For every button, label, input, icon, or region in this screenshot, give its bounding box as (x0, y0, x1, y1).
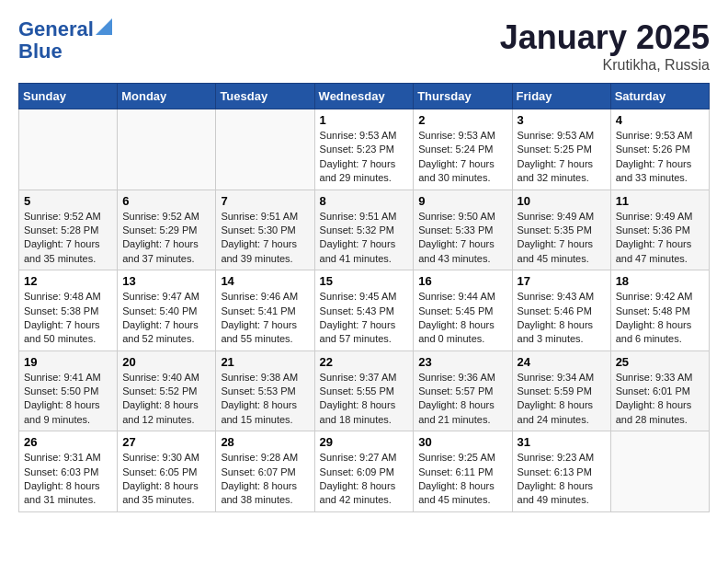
cell-w2-d1: 5Sunrise: 9:52 AMSunset: 5:28 PMDaylight… (19, 190, 118, 270)
day-detail: Sunrise: 9:45 AMSunset: 5:43 PMDaylight:… (320, 290, 409, 347)
day-number: 5 (24, 194, 112, 208)
day-detail: Sunrise: 9:30 AMSunset: 6:05 PMDaylight:… (122, 451, 210, 508)
header-monday: Monday (118, 84, 216, 109)
cell-w3-d2: 13Sunrise: 9:47 AMSunset: 5:40 PMDayligh… (118, 270, 216, 351)
header-sunday: Sunday (19, 84, 118, 109)
day-detail: Sunrise: 9:50 AMSunset: 5:33 PMDaylight:… (418, 210, 506, 267)
day-number: 27 (122, 435, 210, 449)
page-header: General Blue January 2025 Krutikha, Russ… (18, 18, 710, 74)
header-friday: Friday (512, 84, 610, 109)
day-detail: Sunrise: 9:47 AMSunset: 5:40 PMDaylight:… (122, 290, 210, 347)
cell-w3-d6: 17Sunrise: 9:43 AMSunset: 5:46 PMDayligh… (512, 270, 610, 351)
header-wednesday: Wednesday (314, 84, 414, 109)
week-row-1: 1Sunrise: 9:53 AMSunset: 5:23 PMDaylight… (19, 109, 710, 190)
day-number: 20 (122, 355, 210, 369)
day-detail: Sunrise: 9:42 AMSunset: 5:48 PMDaylight:… (616, 290, 704, 347)
day-detail: Sunrise: 9:52 AMSunset: 5:28 PMDaylight:… (24, 210, 112, 267)
week-row-3: 12Sunrise: 9:48 AMSunset: 5:38 PMDayligh… (19, 270, 710, 351)
header-row: Sunday Monday Tuesday Wednesday Thursday… (19, 84, 710, 109)
logo-text-line1: General (18, 18, 94, 40)
cell-w5-d7 (610, 431, 709, 512)
logo-text-line2: Blue (18, 40, 63, 63)
day-number: 9 (418, 194, 506, 208)
day-detail: Sunrise: 9:37 AMSunset: 5:55 PMDaylight:… (320, 371, 409, 428)
cell-w3-d7: 18Sunrise: 9:42 AMSunset: 5:48 PMDayligh… (610, 270, 709, 351)
day-number: 31 (518, 435, 606, 449)
day-number: 11 (616, 194, 704, 208)
day-detail: Sunrise: 9:48 AMSunset: 5:38 PMDaylight:… (24, 290, 112, 347)
day-number: 6 (122, 194, 210, 208)
day-number: 25 (616, 355, 704, 369)
header-thursday: Thursday (414, 84, 512, 109)
day-number: 23 (418, 355, 506, 369)
day-number: 24 (518, 355, 606, 369)
day-number: 22 (320, 355, 409, 369)
day-detail: Sunrise: 9:27 AMSunset: 6:09 PMDaylight:… (320, 451, 409, 508)
day-detail: Sunrise: 9:36 AMSunset: 5:57 PMDaylight:… (418, 371, 506, 428)
day-detail: Sunrise: 9:52 AMSunset: 5:29 PMDaylight:… (122, 210, 210, 267)
month-title: January 2025 (500, 18, 710, 57)
cell-w1-d6: 3Sunrise: 9:53 AMSunset: 5:25 PMDaylight… (512, 109, 610, 190)
cell-w1-d5: 2Sunrise: 9:53 AMSunset: 5:24 PMDaylight… (414, 109, 512, 190)
cell-w2-d5: 9Sunrise: 9:50 AMSunset: 5:33 PMDaylight… (414, 190, 512, 270)
day-number: 3 (518, 113, 606, 127)
day-detail: Sunrise: 9:53 AMSunset: 5:26 PMDaylight:… (616, 129, 704, 186)
cell-w2-d4: 8Sunrise: 9:51 AMSunset: 5:32 PMDaylight… (314, 190, 414, 270)
day-detail: Sunrise: 9:33 AMSunset: 6:01 PMDaylight:… (616, 371, 704, 428)
day-number: 17 (518, 274, 606, 288)
day-detail: Sunrise: 9:49 AMSunset: 5:36 PMDaylight:… (616, 210, 704, 267)
day-number: 26 (24, 435, 112, 449)
cell-w4-d1: 19Sunrise: 9:41 AMSunset: 5:50 PMDayligh… (19, 350, 118, 431)
cell-w3-d3: 14Sunrise: 9:46 AMSunset: 5:41 PMDayligh… (216, 270, 314, 351)
day-detail: Sunrise: 9:53 AMSunset: 5:25 PMDaylight:… (518, 129, 606, 186)
day-number: 29 (320, 435, 409, 449)
day-number: 10 (518, 194, 606, 208)
calendar-table: Sunday Monday Tuesday Wednesday Thursday… (18, 83, 710, 512)
header-saturday: Saturday (610, 84, 709, 109)
day-detail: Sunrise: 9:38 AMSunset: 5:53 PMDaylight:… (221, 371, 309, 428)
calendar-header: Sunday Monday Tuesday Wednesday Thursday… (19, 84, 710, 109)
svg-marker-0 (96, 18, 112, 35)
header-tuesday: Tuesday (216, 84, 314, 109)
cell-w1-d2 (118, 109, 216, 190)
day-detail: Sunrise: 9:40 AMSunset: 5:52 PMDaylight:… (122, 371, 210, 428)
day-detail: Sunrise: 9:46 AMSunset: 5:41 PMDaylight:… (221, 290, 309, 347)
day-number: 2 (418, 113, 506, 127)
logo-arrow-icon (96, 18, 112, 35)
day-number: 15 (320, 274, 409, 288)
day-detail: Sunrise: 9:28 AMSunset: 6:07 PMDaylight:… (221, 451, 309, 508)
day-detail: Sunrise: 9:25 AMSunset: 6:11 PMDaylight:… (418, 451, 506, 508)
cell-w5-d2: 27Sunrise: 9:30 AMSunset: 6:05 PMDayligh… (118, 431, 216, 512)
day-number: 4 (616, 113, 704, 127)
cell-w1-d3 (216, 109, 314, 190)
cell-w1-d4: 1Sunrise: 9:53 AMSunset: 5:23 PMDaylight… (314, 109, 414, 190)
cell-w4-d5: 23Sunrise: 9:36 AMSunset: 5:57 PMDayligh… (414, 350, 512, 431)
day-number: 28 (221, 435, 309, 449)
day-detail: Sunrise: 9:44 AMSunset: 5:45 PMDaylight:… (418, 290, 506, 347)
cell-w4-d4: 22Sunrise: 9:37 AMSunset: 5:55 PMDayligh… (314, 350, 414, 431)
cell-w2-d2: 6Sunrise: 9:52 AMSunset: 5:29 PMDaylight… (118, 190, 216, 270)
cell-w1-d1 (19, 109, 118, 190)
day-detail: Sunrise: 9:53 AMSunset: 5:23 PMDaylight:… (320, 129, 409, 186)
cell-w5-d6: 31Sunrise: 9:23 AMSunset: 6:13 PMDayligh… (512, 431, 610, 512)
day-number: 12 (24, 274, 112, 288)
cell-w5-d3: 28Sunrise: 9:28 AMSunset: 6:07 PMDayligh… (216, 431, 314, 512)
cell-w5-d5: 30Sunrise: 9:25 AMSunset: 6:11 PMDayligh… (414, 431, 512, 512)
week-row-5: 26Sunrise: 9:31 AMSunset: 6:03 PMDayligh… (19, 431, 710, 512)
cell-w2-d7: 11Sunrise: 9:49 AMSunset: 5:36 PMDayligh… (610, 190, 709, 270)
cell-w5-d1: 26Sunrise: 9:31 AMSunset: 6:03 PMDayligh… (19, 431, 118, 512)
cell-w4-d2: 20Sunrise: 9:40 AMSunset: 5:52 PMDayligh… (118, 350, 216, 431)
day-detail: Sunrise: 9:41 AMSunset: 5:50 PMDaylight:… (24, 371, 112, 428)
cell-w5-d4: 29Sunrise: 9:27 AMSunset: 6:09 PMDayligh… (314, 431, 414, 512)
logo: General Blue (18, 18, 112, 63)
cell-w3-d4: 15Sunrise: 9:45 AMSunset: 5:43 PMDayligh… (314, 270, 414, 351)
day-detail: Sunrise: 9:23 AMSunset: 6:13 PMDaylight:… (518, 451, 606, 508)
day-number: 21 (221, 355, 309, 369)
day-number: 14 (221, 274, 309, 288)
day-number: 7 (221, 194, 309, 208)
day-detail: Sunrise: 9:53 AMSunset: 5:24 PMDaylight:… (418, 129, 506, 186)
cell-w4-d7: 25Sunrise: 9:33 AMSunset: 6:01 PMDayligh… (610, 350, 709, 431)
cell-w4-d6: 24Sunrise: 9:34 AMSunset: 5:59 PMDayligh… (512, 350, 610, 431)
calendar-body: 1Sunrise: 9:53 AMSunset: 5:23 PMDaylight… (19, 109, 710, 512)
day-number: 13 (122, 274, 210, 288)
